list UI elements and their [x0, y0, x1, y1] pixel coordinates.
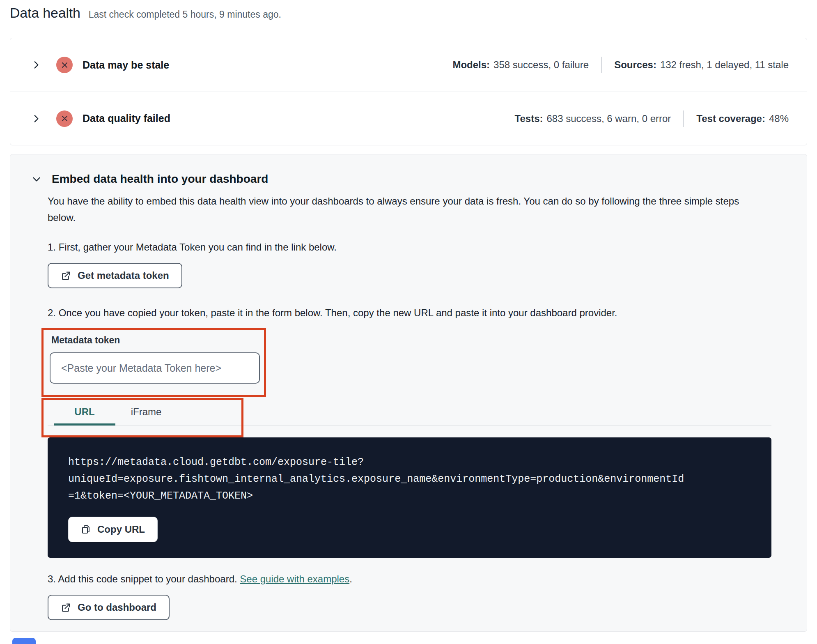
get-metadata-token-button[interactable]: Get metadata token: [48, 263, 182, 288]
tab-bar: URL iFrame: [48, 400, 771, 426]
external-link-icon: [61, 271, 71, 281]
test-coverage-stat: Test coverage:48%: [696, 113, 789, 124]
status-row-stats: Tests:683 success, 6 warn, 0 error Test …: [515, 110, 789, 127]
code-line: uniqueId=exposure.fishtown_internal_anal…: [68, 471, 751, 488]
tab-iframe[interactable]: iFrame: [115, 400, 177, 426]
code-line: https://metadata.cloud.getdbt.com/exposu…: [68, 454, 751, 471]
metadata-token-label: Metadata token: [51, 335, 264, 346]
embed-section-header[interactable]: Embed data health into your dashboard: [31, 172, 770, 186]
chevron-down-icon: [31, 174, 42, 184]
external-link-icon: [61, 603, 71, 613]
test-coverage-stat-label: Test coverage:: [696, 113, 765, 124]
step-3-text: 3. Add this code snippet to your dashboa…: [48, 573, 770, 585]
step-3-prefix: 3. Add this code snippet to your dashboa…: [48, 573, 240, 584]
last-check-status: Last check completed 5 hours, 9 minutes …: [89, 9, 281, 20]
test-coverage-stat-value: 48%: [769, 113, 789, 124]
data-health-status-card: Data may be stale Models:358 success, 0 …: [10, 38, 807, 145]
status-row-stats: Models:358 success, 0 failure Sources:13…: [452, 57, 789, 73]
floating-widget-partial[interactable]: [12, 638, 36, 644]
embed-description: You have the ability to embed this data …: [48, 193, 746, 226]
status-row-title: Data may be stale: [83, 59, 169, 71]
tests-stat: Tests:683 success, 6 warn, 0 error: [515, 113, 671, 124]
step-3-suffix: .: [349, 573, 352, 584]
copy-url-label: Copy URL: [97, 524, 145, 535]
embed-output-tabs: URL iFrame: [48, 400, 770, 426]
tests-stat-value: 683 success, 6 warn, 0 error: [547, 113, 671, 124]
sources-stat: Sources:132 fresh, 1 delayed, 11 stale: [614, 59, 789, 71]
stat-divider: [683, 110, 684, 127]
embed-section-title: Embed data health into your dashboard: [52, 172, 268, 186]
step-2-text: 2. Once you have copied your token, past…: [48, 307, 770, 319]
sources-stat-value: 132 fresh, 1 delayed, 11 stale: [660, 59, 789, 70]
chevron-right-icon: [31, 113, 41, 124]
chevron-right-icon: [31, 60, 41, 70]
go-to-dashboard-button[interactable]: Go to dashboard: [48, 595, 170, 620]
sources-stat-label: Sources:: [614, 59, 656, 70]
models-stat-label: Models:: [452, 59, 490, 70]
stat-divider: [601, 57, 602, 73]
embed-url-code-block: https://metadata.cloud.getdbt.com/exposu…: [48, 437, 771, 558]
page-header: Data health Last check completed 5 hours…: [10, 5, 281, 21]
code-line: =1&token=<YOUR_METADATA_TOKEN>: [68, 488, 751, 504]
metadata-token-input[interactable]: [50, 352, 260, 384]
page-title: Data health: [10, 5, 80, 21]
copy-icon: [81, 524, 91, 534]
models-stat: Models:358 success, 0 failure: [452, 59, 589, 71]
tab-url[interactable]: URL: [54, 400, 115, 426]
status-row-data-stale[interactable]: Data may be stale Models:358 success, 0 …: [10, 38, 807, 92]
status-row-data-quality[interactable]: Data quality failed Tests:683 success, 6…: [10, 92, 807, 145]
go-to-dashboard-label: Go to dashboard: [78, 602, 156, 613]
status-row-title: Data quality failed: [83, 113, 170, 124]
guide-examples-link[interactable]: See guide with examples: [240, 573, 349, 584]
copy-url-button[interactable]: Copy URL: [68, 517, 158, 542]
get-metadata-token-label: Get metadata token: [78, 270, 169, 281]
annotation-box-metadata-token: Metadata token: [41, 328, 266, 397]
embed-section: Embed data health into your dashboard Yo…: [10, 154, 807, 632]
step-1-text: 1. First, gather your Metadata Token you…: [48, 242, 770, 253]
x-circle-icon: [56, 57, 73, 73]
tests-stat-label: Tests:: [515, 113, 543, 124]
x-circle-icon: [56, 110, 73, 127]
models-stat-value: 358 success, 0 failure: [493, 59, 589, 70]
